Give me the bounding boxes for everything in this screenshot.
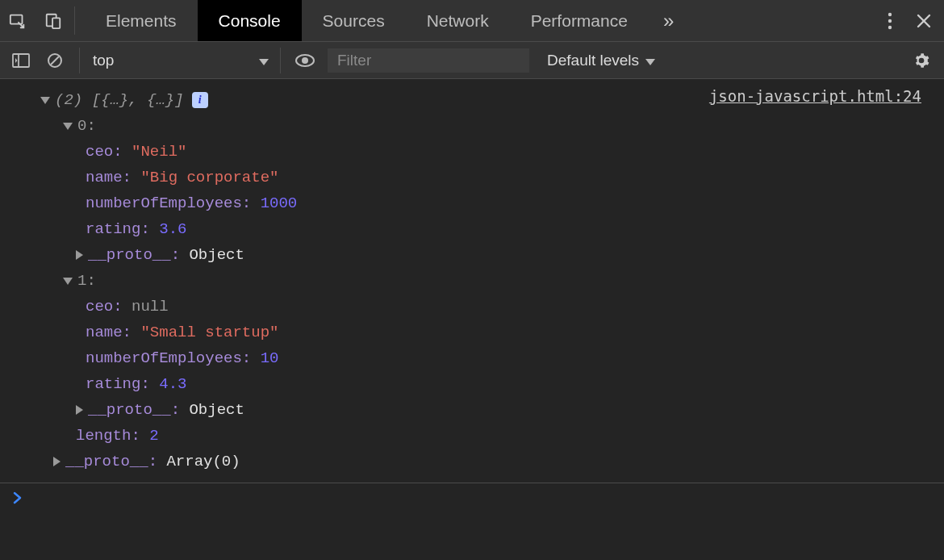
prop-key: ceo: [86, 143, 113, 161]
devtools-tabbar: Elements Console Sources Network Perform…: [0, 0, 944, 42]
source-link[interactable]: json-javascript.html:24: [709, 87, 921, 105]
close-icon[interactable]: [904, 0, 944, 41]
console-settings-icon[interactable]: [905, 52, 938, 69]
proto-value: Object: [189, 246, 244, 264]
length-row[interactable]: length: 2: [40, 423, 933, 449]
console-toolbar: top Default levels: [0, 42, 944, 79]
length-key: length: [76, 427, 131, 445]
disclosure-triangle-icon[interactable]: [63, 123, 73, 130]
array-length-summary: (2): [55, 91, 82, 109]
prop-value: 4.3: [159, 375, 186, 393]
proto-value: Object: [189, 401, 244, 419]
tab-performance[interactable]: Performance: [510, 0, 649, 41]
svg-line-12: [51, 56, 59, 65]
proto-key: __proto__: [88, 246, 171, 264]
proto-row[interactable]: __proto__: Object: [40, 397, 933, 423]
prop-value: "Big corporate": [140, 169, 278, 186]
tab-network[interactable]: Network: [406, 0, 510, 41]
tab-sources[interactable]: Sources: [302, 0, 406, 41]
filter-input[interactable]: [328, 48, 529, 73]
svg-marker-10: [15, 58, 18, 63]
prompt-chevron-icon: [13, 491, 23, 508]
proto-key: __proto__: [88, 401, 171, 419]
prop-key: numberOfEmployees: [86, 349, 242, 367]
proto-key: __proto__: [65, 453, 148, 470]
tabs-container: Elements Console Sources Network Perform…: [85, 0, 649, 41]
object-index: 0: [77, 117, 86, 135]
svg-point-15: [302, 57, 308, 64]
chevron-down-icon: [645, 52, 655, 69]
disclosure-triangle-icon[interactable]: [53, 457, 61, 466]
property-row[interactable]: name: "Small startup": [40, 320, 933, 345]
prop-value: 3.6: [159, 220, 186, 238]
console-output: json-javascript.html:24 (2) [{…}, {…}] i…: [0, 79, 944, 483]
levels-label: Default levels: [547, 52, 639, 69]
more-tabs-button[interactable]: »: [649, 0, 688, 41]
console-sidebar-toggle-icon[interactable]: [6, 48, 36, 73]
execution-context-value: top: [93, 52, 114, 69]
tab-console[interactable]: Console: [198, 0, 302, 41]
prop-key: numberOfEmployees: [86, 194, 242, 212]
svg-marker-13: [259, 59, 269, 65]
prop-key: name: [86, 169, 123, 186]
info-badge-icon[interactable]: i: [192, 92, 208, 108]
outer-proto-row[interactable]: __proto__: Array(0): [40, 449, 933, 474]
overflow-menu-icon[interactable]: [876, 0, 904, 41]
live-expression-icon[interactable]: [290, 48, 320, 73]
prop-value: 10: [261, 349, 279, 367]
divider: [74, 6, 75, 35]
disclosure-triangle-icon[interactable]: [76, 405, 83, 415]
svg-point-4: [888, 19, 892, 22]
prop-value: "Small startup": [140, 324, 278, 341]
prop-value: 1000: [261, 194, 298, 212]
svg-rect-0: [10, 15, 23, 23]
property-row[interactable]: numberOfEmployees: 10: [40, 345, 933, 371]
execution-context-select[interactable]: top: [79, 48, 281, 73]
prop-key: rating: [86, 220, 140, 238]
chevron-down-icon: [259, 52, 269, 69]
tab-elements[interactable]: Elements: [85, 0, 198, 41]
log-levels-select[interactable]: Default levels: [547, 52, 655, 69]
property-row[interactable]: numberOfEmployees: 1000: [40, 190, 933, 216]
object-index-row[interactable]: 1:: [40, 268, 933, 294]
property-row[interactable]: name: "Big corporate": [40, 165, 933, 190]
disclosure-triangle-icon[interactable]: [76, 250, 83, 260]
svg-marker-16: [645, 59, 655, 65]
device-toggle-icon[interactable]: [36, 0, 71, 41]
property-row[interactable]: ceo: null: [40, 294, 933, 320]
object-index-row[interactable]: 0:: [40, 113, 933, 139]
svg-point-5: [888, 25, 892, 28]
array-preview-summary: [{…}, {…}]: [92, 91, 184, 109]
prop-key: name: [86, 324, 123, 341]
clear-console-icon[interactable]: [40, 48, 69, 73]
svg-rect-2: [52, 18, 60, 28]
disclosure-triangle-icon[interactable]: [40, 97, 50, 104]
length-value: 2: [149, 427, 158, 445]
prop-value: null: [132, 298, 169, 316]
property-row[interactable]: ceo: "Neil": [40, 139, 933, 165]
console-prompt[interactable]: [0, 483, 944, 516]
object-index: 1: [77, 272, 86, 290]
svg-point-3: [888, 12, 892, 15]
inspect-icon[interactable]: [0, 0, 36, 41]
property-row[interactable]: rating: 3.6: [40, 216, 933, 242]
prop-key: rating: [86, 375, 140, 393]
prop-key: ceo: [86, 298, 113, 316]
proto-value: Array(0): [166, 453, 240, 470]
disclosure-triangle-icon[interactable]: [63, 278, 73, 285]
property-row[interactable]: rating: 4.3: [40, 371, 933, 397]
prop-value: "Neil": [132, 143, 186, 161]
proto-row[interactable]: __proto__: Object: [40, 242, 933, 268]
